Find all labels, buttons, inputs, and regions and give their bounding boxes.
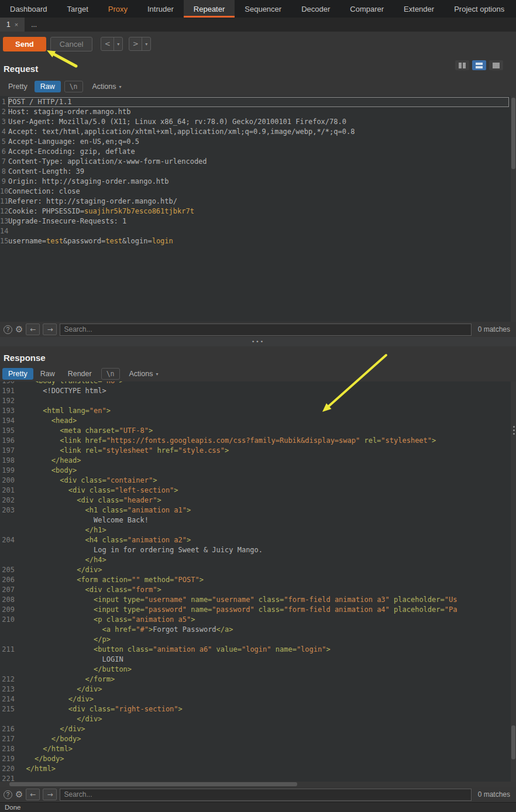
help-icon[interactable]: ?	[4, 325, 12, 334]
menu-item-target[interactable]: Target	[57, 0, 98, 18]
menu-item-sequencer[interactable]: Sequencer	[235, 0, 291, 18]
request-search-input[interactable]	[60, 324, 471, 336]
tab-close-icon[interactable]: ×	[15, 21, 18, 28]
search-next-button[interactable]: →	[43, 324, 57, 335]
code-line: 215 <div class="right-section">	[0, 704, 516, 714]
response-search-input[interactable]	[60, 789, 471, 801]
request-scrollbar-thumb[interactable]	[511, 98, 515, 169]
send-button[interactable]: Send	[3, 37, 46, 51]
history-back-button[interactable]: <▾	[101, 37, 123, 51]
request-tabs: PrettyRaw\nActions▾	[0, 77, 516, 96]
tab-actions[interactable]: Actions▾	[87, 81, 128, 92]
response-hscrollbar[interactable]	[0, 782, 516, 787]
response-hscrollbar-thumb[interactable]	[9, 782, 297, 786]
repeater-tab-n[interactable]: ...	[25, 18, 43, 32]
line-number: 216	[0, 724, 18, 734]
tab-raw[interactable]: Raw	[35, 368, 61, 380]
code-line: 13Upgrade-Insecure-Requests: 1	[0, 216, 516, 226]
code-line: </h1>	[0, 525, 516, 535]
request-searchbar: ? ⚙ ← → 0 matches	[0, 322, 516, 337]
code-line: 202 <div class="header">	[0, 496, 516, 505]
response-editor[interactable]: 190 <body translate="no">191 <!DOCTYPE h…	[0, 381, 516, 782]
tab-actions[interactable]: Actions▾	[123, 368, 164, 380]
code-line: 214 </div>	[0, 694, 516, 704]
code-line: 7Content-Type: application/x-www-form-ur…	[0, 157, 516, 167]
repeater-tab-label: 1	[6, 20, 11, 29]
search-next-button[interactable]: →	[43, 789, 57, 800]
line-number: 195	[0, 426, 18, 436]
code-line: <a href="#">Forgot Password</a>	[0, 625, 516, 635]
code-line: 208 <input type="username" name="usernam…	[0, 595, 516, 605]
layout-columns-button[interactable]	[455, 60, 469, 70]
code-line: 200 <div class="container">	[0, 476, 516, 486]
code-line: </div>	[0, 714, 516, 724]
code-line: 220 </html>	[0, 764, 516, 774]
gear-icon[interactable]: ⚙	[15, 790, 23, 799]
request-editor[interactable]: 1POST / HTTP/1.12Host: staging-order.man…	[0, 96, 516, 322]
forward-arrow-icon[interactable]: >	[129, 37, 142, 50]
request-scrollbar[interactable]	[511, 96, 516, 322]
request-match-count: 0 matches	[478, 325, 510, 333]
chevron-down-icon: ▾	[119, 84, 122, 90]
expand-handle-icon[interactable]	[513, 426, 515, 435]
menu-item-comparer[interactable]: Comparer	[340, 0, 394, 18]
line-number: 190	[0, 381, 18, 386]
tab-pretty[interactable]: Pretty	[2, 81, 33, 92]
code-line: 212 </form>	[0, 675, 516, 684]
menu-item-repeater[interactable]: Repeater	[184, 0, 235, 18]
layout-buttons	[455, 60, 503, 70]
menu-item-decoder[interactable]: Decoder	[291, 0, 340, 18]
menu-item-dashboard[interactable]: Dashboard	[0, 0, 57, 18]
cancel-button[interactable]: Cancel	[50, 37, 92, 51]
line-number: 199	[0, 466, 18, 476]
line-number: 198	[0, 456, 18, 466]
tab-pretty[interactable]: Pretty	[2, 368, 33, 380]
code-line: 210 <p class="animation a5">	[0, 615, 516, 625]
line-number: 218	[0, 744, 18, 754]
code-line: 14	[0, 226, 516, 236]
chevron-down-icon: ▾	[156, 371, 159, 377]
help-icon[interactable]: ?	[4, 790, 12, 799]
line-number: 1	[0, 97, 8, 107]
code-line: 10Connection: close	[0, 187, 516, 197]
request-code: 1POST / HTTP/1.12Host: staging-order.man…	[0, 97, 516, 246]
tab-render[interactable]: Render	[62, 368, 98, 380]
chevron-down-icon[interactable]: ▾	[142, 37, 150, 50]
back-arrow-icon[interactable]: <	[101, 37, 114, 50]
menu-item-intruder[interactable]: Intruder	[137, 0, 184, 18]
history-forward-button[interactable]: >▾	[129, 37, 151, 51]
layout-single-button[interactable]	[489, 60, 503, 70]
code-line: LOGIN	[0, 655, 516, 665]
repeater-tab-1[interactable]: 1×	[0, 18, 25, 32]
gear-icon[interactable]: ⚙	[15, 325, 23, 334]
code-line: 8Content-Length: 39	[0, 167, 516, 177]
response-scrollbar-thumb[interactable]	[511, 725, 515, 759]
response-scrollbar[interactable]	[511, 381, 516, 782]
menu-item-project-options[interactable]: Project options	[444, 0, 514, 18]
search-prev-button[interactable]: ←	[26, 789, 40, 800]
line-number: 204	[0, 535, 18, 545]
response-tabs: PrettyRawRender\nActions▾	[0, 366, 516, 381]
line-number: 4	[0, 127, 8, 137]
menu-item-proxy[interactable]: Proxy	[98, 0, 137, 18]
layout-rows-button[interactable]	[472, 60, 486, 70]
tab-raw[interactable]: Raw	[35, 81, 61, 92]
menu-item-extender[interactable]: Extender	[394, 0, 444, 18]
chevron-down-icon[interactable]: ▾	[114, 37, 122, 50]
code-line: 192	[0, 396, 516, 406]
panel-splitter[interactable]: •••	[0, 337, 516, 346]
line-number: 196	[0, 436, 18, 446]
line-number: 205	[0, 565, 18, 575]
line-number: 9	[0, 177, 8, 187]
line-number: 221	[0, 774, 18, 782]
code-line: 6Accept-Encoding: gzip, deflate	[0, 147, 516, 157]
single-pane-icon	[493, 63, 500, 68]
code-line: 203 <h1 class="animation a1">	[0, 505, 516, 515]
request-title: Request	[4, 64, 38, 74]
tab-n[interactable]: \n	[64, 81, 83, 92]
code-line: 217 </body>	[0, 734, 516, 744]
tab-n[interactable]: \n	[101, 368, 120, 380]
line-number: 215	[0, 704, 18, 714]
search-prev-button[interactable]: ←	[26, 324, 40, 335]
code-line: 221	[0, 774, 516, 782]
